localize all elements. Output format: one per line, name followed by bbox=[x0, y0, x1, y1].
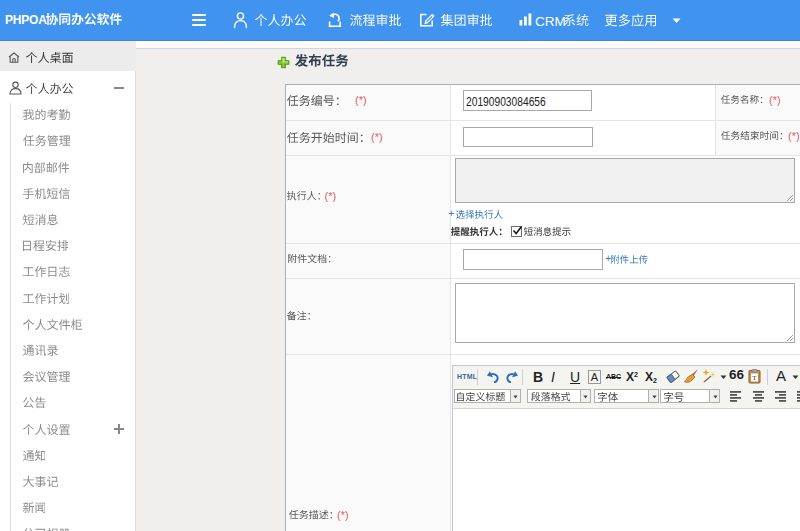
svg-text:T: T bbox=[752, 374, 757, 382]
